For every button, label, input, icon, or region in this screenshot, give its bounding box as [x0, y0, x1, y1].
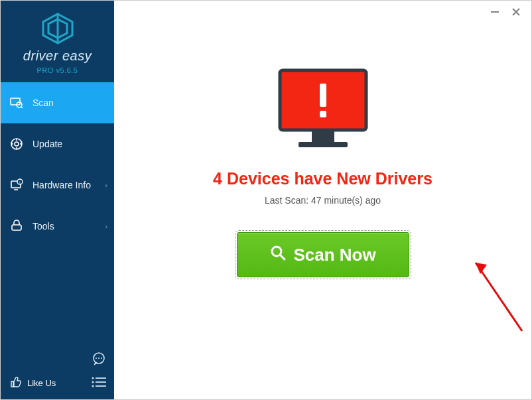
minimize-button[interactable] — [490, 7, 499, 19]
svg-rect-16 — [12, 225, 21, 230]
like-us-button[interactable]: Like Us — [10, 376, 56, 390]
hardware-icon: i — [10, 178, 27, 192]
svg-line-37 — [280, 255, 285, 259]
svg-rect-3 — [11, 98, 20, 105]
sidebar-item-label: Scan — [33, 98, 54, 108]
chevron-right-icon: › — [105, 222, 107, 230]
sidebar-item-label: Hardware Info — [33, 180, 91, 190]
logo-block: driver easy PRO v5.6.5 — [1, 1, 114, 82]
svg-rect-33 — [299, 142, 348, 147]
svg-point-18 — [96, 358, 97, 359]
svg-rect-35 — [320, 111, 326, 117]
svg-rect-34 — [320, 84, 326, 107]
scan-now-label: Scan Now — [293, 245, 375, 265]
chevron-right-icon: › — [105, 181, 107, 189]
alert-monitor-icon — [114, 67, 531, 153]
sidebar-item-tools[interactable]: Tools › — [1, 206, 114, 247]
search-icon — [269, 244, 287, 266]
svg-rect-32 — [312, 130, 334, 142]
feedback-icon[interactable] — [92, 352, 106, 369]
scan-icon — [10, 96, 27, 109]
svg-point-25 — [92, 385, 94, 387]
tools-icon — [10, 220, 27, 233]
content: 4 Devices have New Drivers Last Scan: 47… — [114, 67, 531, 277]
brand-name: driver easy — [1, 48, 114, 64]
update-icon — [10, 137, 27, 151]
sidebar-item-scan[interactable]: Scan — [1, 82, 114, 123]
sidebar-item-update[interactable]: Update — [1, 123, 114, 165]
svg-line-5 — [21, 107, 23, 108]
sidebar-bottom-icons — [92, 352, 106, 390]
sidebar-item-label: Tools — [33, 221, 54, 232]
svg-point-20 — [101, 358, 102, 359]
app-window: driver easy PRO v5.6.5 Scan Update i Har… — [0, 0, 532, 400]
last-scan-text: Last Scan: 47 minute(s) ago — [114, 195, 531, 206]
sidebar: driver easy PRO v5.6.5 Scan Update i Har… — [1, 1, 114, 399]
svg-point-7 — [15, 142, 19, 146]
svg-point-21 — [92, 377, 94, 379]
close-button[interactable] — [511, 7, 521, 19]
svg-point-23 — [92, 381, 94, 383]
thumbs-up-icon — [10, 376, 22, 390]
like-us-label: Like Us — [27, 378, 56, 388]
main-panel: 4 Devices have New Drivers Last Scan: 47… — [114, 1, 531, 399]
svg-point-19 — [98, 358, 100, 359]
sidebar-item-hardware-info[interactable]: i Hardware Info › — [1, 165, 114, 206]
brand-version: PRO v5.6.5 — [1, 66, 114, 74]
titlebar — [480, 1, 531, 25]
brand-logo-icon — [39, 13, 76, 44]
menu-icon[interactable] — [92, 377, 106, 390]
svg-text:i: i — [19, 180, 20, 184]
alert-title: 4 Devices have New Drivers — [114, 169, 531, 188]
scan-now-button[interactable]: Scan Now — [237, 232, 409, 277]
sidebar-item-label: Update — [33, 139, 62, 149]
